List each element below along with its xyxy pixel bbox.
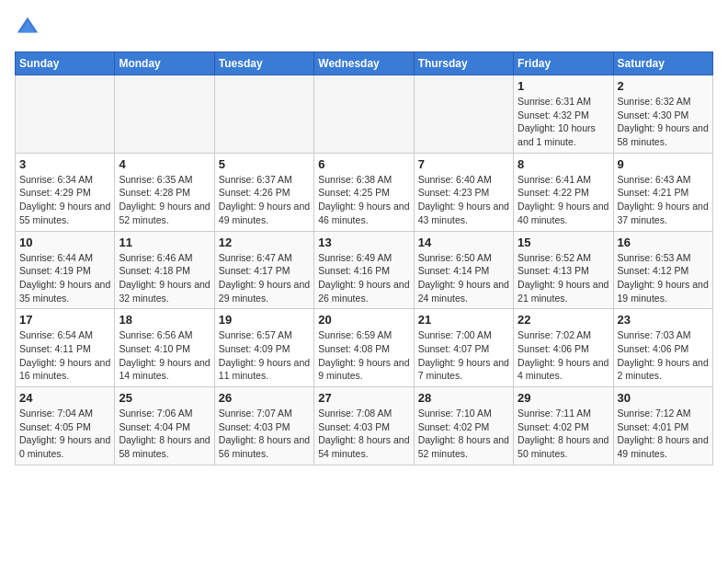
calendar-cell: 5Sunrise: 6:37 AM Sunset: 4:26 PM Daylig… [214,153,313,231]
day-number: 2 [618,79,709,93]
day-info: Sunrise: 6:34 AM Sunset: 4:29 PM Dayligh… [19,173,110,227]
calendar-cell [214,75,313,154]
day-info: Sunrise: 6:57 AM Sunset: 4:09 PM Dayligh… [219,328,310,383]
day-info: Sunrise: 6:50 AM Sunset: 4:14 PM Dayligh… [418,251,509,305]
day-number: 26 [219,391,310,405]
day-number: 29 [518,391,609,405]
day-number: 3 [19,157,110,171]
day-info: Sunrise: 6:38 AM Sunset: 4:25 PM Dayligh… [318,173,409,227]
day-info: Sunrise: 6:49 AM Sunset: 4:16 PM Dayligh… [318,251,409,305]
calendar-cell [115,75,214,154]
calendar-cell: 16Sunrise: 6:53 AM Sunset: 4:12 PM Dayli… [613,231,712,309]
weekday-header-sunday: Sunday [16,52,115,75]
day-number: 18 [119,313,210,327]
calendar-cell: 30Sunrise: 7:12 AM Sunset: 4:01 PM Dayli… [613,387,712,465]
day-number: 28 [418,391,509,405]
weekday-header-friday: Friday [514,52,613,75]
day-info: Sunrise: 6:56 AM Sunset: 4:10 PM Dayligh… [119,328,210,383]
calendar-week-4: 17Sunrise: 6:54 AM Sunset: 4:11 PM Dayli… [16,309,713,387]
calendar-cell: 22Sunrise: 7:02 AM Sunset: 4:06 PM Dayli… [514,309,613,387]
calendar-cell [414,75,513,154]
day-info: Sunrise: 7:00 AM Sunset: 4:07 PM Dayligh… [418,328,509,383]
calendar-cell: 8Sunrise: 6:41 AM Sunset: 4:22 PM Daylig… [514,153,613,231]
day-number: 15 [518,236,609,249]
calendar-cell: 29Sunrise: 7:11 AM Sunset: 4:02 PM Dayli… [514,387,613,465]
day-number: 13 [318,236,409,249]
day-info: Sunrise: 7:08 AM Sunset: 4:03 PM Dayligh… [318,407,409,461]
day-number: 12 [219,236,310,249]
day-number: 27 [318,391,409,405]
day-number: 10 [19,236,110,249]
day-number: 19 [219,313,310,327]
calendar-cell: 15Sunrise: 6:52 AM Sunset: 4:13 PM Dayli… [514,231,613,309]
day-number: 22 [518,313,609,327]
weekday-header-tuesday: Tuesday [214,52,313,75]
calendar: SundayMondayTuesdayWednesdayThursdayFrid… [15,52,713,465]
calendar-cell: 2Sunrise: 6:32 AM Sunset: 4:30 PM Daylig… [613,75,712,154]
day-info: Sunrise: 6:44 AM Sunset: 4:19 PM Dayligh… [19,251,110,305]
day-number: 6 [318,157,409,171]
calendar-cell: 1Sunrise: 6:31 AM Sunset: 4:32 PM Daylig… [514,75,613,154]
calendar-cell: 14Sunrise: 6:50 AM Sunset: 4:14 PM Dayli… [414,231,513,309]
day-number: 7 [418,157,509,171]
day-number: 11 [119,236,210,249]
day-number: 16 [618,236,709,249]
calendar-cell: 24Sunrise: 7:04 AM Sunset: 4:05 PM Dayli… [16,387,115,465]
day-number: 23 [618,313,709,327]
day-info: Sunrise: 7:02 AM Sunset: 4:06 PM Dayligh… [518,328,609,383]
day-info: Sunrise: 6:37 AM Sunset: 4:26 PM Dayligh… [219,173,310,227]
calendar-cell: 17Sunrise: 6:54 AM Sunset: 4:11 PM Dayli… [16,309,115,387]
calendar-week-1: 1Sunrise: 6:31 AM Sunset: 4:32 PM Daylig… [16,75,713,154]
day-info: Sunrise: 6:54 AM Sunset: 4:11 PM Dayligh… [19,328,110,383]
calendar-cell: 18Sunrise: 6:56 AM Sunset: 4:10 PM Dayli… [115,309,214,387]
calendar-cell: 23Sunrise: 7:03 AM Sunset: 4:06 PM Dayli… [613,309,712,387]
calendar-cell [314,75,414,154]
day-info: Sunrise: 7:10 AM Sunset: 4:02 PM Dayligh… [418,407,509,461]
calendar-cell: 4Sunrise: 6:35 AM Sunset: 4:28 PM Daylig… [115,153,214,231]
day-info: Sunrise: 7:12 AM Sunset: 4:01 PM Dayligh… [618,407,709,461]
day-number: 9 [618,157,709,171]
day-info: Sunrise: 6:47 AM Sunset: 4:17 PM Dayligh… [219,251,310,305]
day-info: Sunrise: 6:32 AM Sunset: 4:30 PM Dayligh… [618,95,709,149]
day-info: Sunrise: 6:35 AM Sunset: 4:28 PM Dayligh… [119,173,210,227]
day-number: 5 [219,157,310,171]
calendar-cell: 26Sunrise: 7:07 AM Sunset: 4:03 PM Dayli… [214,387,313,465]
calendar-cell: 28Sunrise: 7:10 AM Sunset: 4:02 PM Dayli… [414,387,513,465]
day-info: Sunrise: 7:04 AM Sunset: 4:05 PM Dayligh… [19,407,110,461]
day-number: 1 [518,79,609,93]
calendar-week-2: 3Sunrise: 6:34 AM Sunset: 4:29 PM Daylig… [16,153,713,231]
day-info: Sunrise: 6:59 AM Sunset: 4:08 PM Dayligh… [318,328,409,383]
calendar-cell: 6Sunrise: 6:38 AM Sunset: 4:25 PM Daylig… [314,153,414,231]
weekday-header-thursday: Thursday [414,52,513,75]
logo-icon [15,15,40,40]
day-number: 24 [19,391,110,405]
day-info: Sunrise: 6:41 AM Sunset: 4:22 PM Dayligh… [518,173,609,227]
day-number: 25 [119,391,210,405]
calendar-cell: 27Sunrise: 7:08 AM Sunset: 4:03 PM Dayli… [314,387,414,465]
logo [15,15,44,40]
calendar-header: SundayMondayTuesdayWednesdayThursdayFrid… [16,52,713,75]
calendar-week-3: 10Sunrise: 6:44 AM Sunset: 4:19 PM Dayli… [16,231,713,309]
weekday-header-monday: Monday [115,52,214,75]
calendar-cell: 7Sunrise: 6:40 AM Sunset: 4:23 PM Daylig… [414,153,513,231]
calendar-cell: 12Sunrise: 6:47 AM Sunset: 4:17 PM Dayli… [214,231,313,309]
calendar-cell: 10Sunrise: 6:44 AM Sunset: 4:19 PM Dayli… [16,231,115,309]
calendar-cell: 21Sunrise: 7:00 AM Sunset: 4:07 PM Dayli… [414,309,513,387]
day-info: Sunrise: 6:53 AM Sunset: 4:12 PM Dayligh… [618,251,709,305]
calendar-cell [16,75,115,154]
weekday-row: SundayMondayTuesdayWednesdayThursdayFrid… [16,52,713,75]
day-info: Sunrise: 7:11 AM Sunset: 4:02 PM Dayligh… [518,407,609,461]
day-info: Sunrise: 6:31 AM Sunset: 4:32 PM Dayligh… [518,95,609,149]
calendar-cell: 13Sunrise: 6:49 AM Sunset: 4:16 PM Dayli… [314,231,414,309]
day-info: Sunrise: 7:03 AM Sunset: 4:06 PM Dayligh… [618,328,709,383]
day-info: Sunrise: 7:07 AM Sunset: 4:03 PM Dayligh… [219,407,310,461]
weekday-header-saturday: Saturday [613,52,712,75]
calendar-cell: 25Sunrise: 7:06 AM Sunset: 4:04 PM Dayli… [115,387,214,465]
calendar-cell: 9Sunrise: 6:43 AM Sunset: 4:21 PM Daylig… [613,153,712,231]
calendar-cell: 11Sunrise: 6:46 AM Sunset: 4:18 PM Dayli… [115,231,214,309]
day-number: 20 [318,313,409,327]
day-info: Sunrise: 6:40 AM Sunset: 4:23 PM Dayligh… [418,173,509,227]
day-info: Sunrise: 6:43 AM Sunset: 4:21 PM Dayligh… [618,173,709,227]
day-number: 14 [418,236,509,249]
day-number: 8 [518,157,609,171]
